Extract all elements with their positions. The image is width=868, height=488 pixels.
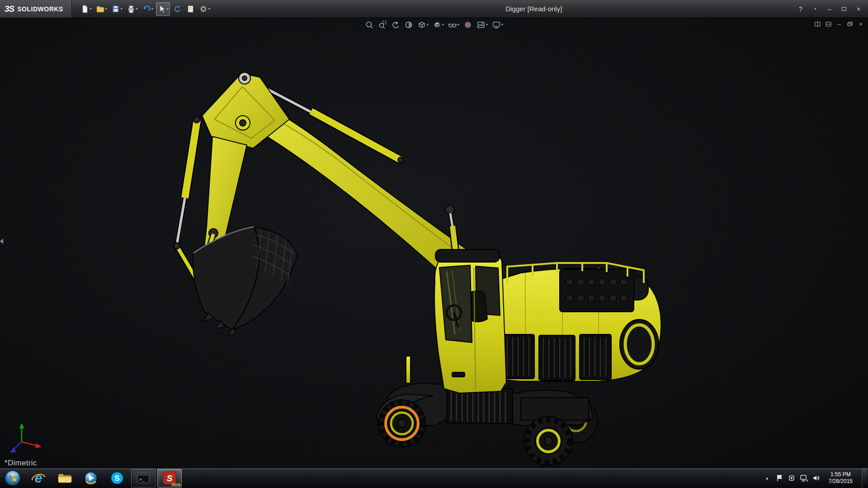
section-view-button[interactable]	[403, 19, 414, 30]
volume-button[interactable]	[813, 468, 820, 488]
select-button[interactable]: ▾	[156, 2, 170, 16]
view-orientation-label: *Dimetric	[5, 459, 37, 468]
taskbar-clock[interactable]: 1:55 PM 7/28/2015	[825, 471, 856, 485]
options-button[interactable]: ▾	[198, 2, 212, 16]
solidworks-logo: 3S SOLIDWORKS	[0, 0, 72, 18]
pane-view-icon	[826, 22, 831, 27]
dropdown-caret-icon[interactable]: ▾	[151, 7, 153, 11]
maximize-button[interactable]	[838, 4, 850, 14]
engine-deck[interactable]	[495, 263, 661, 381]
taskbar-item-command-prompt[interactable]: >_	[131, 469, 156, 488]
dropdown-caret-icon[interactable]: ▾	[167, 7, 169, 11]
device-button[interactable]	[788, 468, 795, 488]
taskbar-item-windows-media-player[interactable]	[79, 469, 103, 488]
main-toolbar: ▾ ▾ ▾ ▾ ▾ ▾ ▾	[72, 2, 212, 16]
zoom-to-area-button[interactable]	[377, 19, 388, 30]
maximize-icon	[842, 7, 846, 11]
clock-time: 1:55 PM	[829, 471, 853, 478]
apply-scene-icon	[476, 20, 486, 29]
titlebar: 3S SOLIDWORKS ▾ ▾ ▾ ▾ ▾ ▾	[0, 0, 868, 18]
document-close-button[interactable]: ×	[856, 20, 865, 28]
split-view-icon	[815, 22, 821, 27]
expand-toolbar-button[interactable]: ▾	[809, 4, 821, 14]
taskbar-item-skype[interactable]: S	[105, 469, 129, 488]
edit-appearance-ball-icon	[463, 20, 472, 29]
display-style-icon	[433, 20, 442, 29]
network-button[interactable]	[800, 468, 808, 488]
taskbar-item-solidworks[interactable]: S 2015	[157, 469, 182, 488]
apply-scene-button[interactable]: ▾	[476, 19, 489, 30]
dropdown-caret-icon[interactable]: ▾	[121, 7, 123, 11]
hide-show-items-button[interactable]: ▾	[447, 19, 460, 30]
save-button[interactable]: ▾	[110, 2, 124, 16]
previous-view-button[interactable]	[390, 19, 401, 30]
show-desktop-button[interactable]	[861, 468, 867, 488]
new-document-button[interactable]: ▾	[79, 2, 93, 16]
featuremanager-collapse-arrow[interactable]	[0, 239, 3, 244]
open-button[interactable]: ▾	[94, 2, 108, 16]
rear-wheel[interactable]	[524, 417, 573, 465]
minimize-button[interactable]: –	[824, 4, 835, 14]
windows-start-icon	[5, 470, 21, 486]
front-wheel[interactable]	[378, 400, 425, 447]
taskbar-item-windows-explorer[interactable]	[52, 469, 77, 488]
rebuild-button[interactable]	[171, 2, 183, 16]
split-view-button[interactable]	[813, 20, 822, 28]
cab[interactable]	[406, 249, 506, 393]
dropdown-caret-icon[interactable]: ▾	[105, 7, 107, 11]
skype-icon: S	[110, 471, 124, 485]
save-icon	[111, 5, 120, 14]
command-prompt-icon: >_	[137, 473, 150, 483]
taskbar: e S >_ S 2015 ▲	[0, 468, 868, 488]
view-orientation-button[interactable]: ▾	[416, 19, 429, 30]
pane-view-button[interactable]	[824, 20, 833, 28]
dropdown-caret-icon[interactable]: ▾	[427, 23, 429, 27]
taskbar-item-internet-explorer[interactable]: e	[26, 469, 51, 488]
ie-swoosh-icon	[31, 472, 46, 485]
dropdown-caret-icon[interactable]: ▾	[90, 7, 92, 11]
document-restore-button[interactable]	[845, 20, 854, 28]
select-cursor-icon	[157, 5, 166, 14]
solidworks-year-badge: 2015	[171, 483, 180, 487]
start-button[interactable]	[4, 469, 22, 487]
brand-mark-icon: 3S	[5, 4, 14, 14]
view-orientation-cube-icon	[417, 20, 426, 29]
window-controls: ? ▾ – ×	[795, 4, 868, 14]
svg-text:>_: >_	[139, 477, 144, 482]
svg-text:S: S	[114, 474, 119, 483]
bucket[interactable]	[193, 227, 297, 336]
display-style-button[interactable]: ▾	[432, 19, 445, 30]
zoom-to-fit-button[interactable]	[364, 19, 375, 30]
file-properties-button[interactable]	[184, 2, 196, 16]
folder-icon	[58, 473, 72, 483]
dropdown-caret-icon[interactable]: ▾	[501, 23, 503, 27]
edit-appearance-button[interactable]	[462, 19, 473, 30]
file-properties-icon	[186, 5, 195, 14]
hidden-icons-button[interactable]: ▲	[764, 468, 771, 488]
view-settings-button[interactable]: ▾	[491, 19, 504, 30]
dropdown-caret-icon[interactable]: ▾	[208, 7, 210, 11]
print-icon	[127, 5, 136, 14]
excavator-model[interactable]	[0, 18, 868, 468]
new-document-icon	[80, 5, 90, 14]
close-button[interactable]: ×	[853, 4, 864, 14]
graphics-viewport[interactable]: ▾ ▾ ▾ ▾ ▾ – ×	[0, 18, 868, 468]
action-center-button[interactable]	[776, 468, 783, 488]
document-minimize-button[interactable]: –	[835, 20, 844, 28]
network-icon	[800, 475, 808, 482]
dropdown-caret-icon[interactable]: ▾	[486, 23, 488, 27]
rebuild-icon	[173, 5, 182, 14]
zoom-to-fit-icon	[365, 20, 374, 29]
view-settings-icon	[492, 20, 501, 29]
dropdown-caret-icon[interactable]: ▾	[136, 7, 138, 11]
dropdown-caret-icon[interactable]: ▾	[442, 23, 444, 27]
orientation-triad	[10, 423, 42, 453]
clock-date: 7/28/2015	[829, 478, 853, 485]
zoom-to-area-icon	[378, 20, 387, 29]
dropdown-caret-icon[interactable]: ▾	[458, 23, 459, 27]
help-button[interactable]: ?	[795, 4, 807, 14]
undo-button[interactable]: ▾	[141, 2, 155, 16]
section-view-icon	[404, 20, 413, 29]
chevron-up-icon: ▲	[765, 476, 769, 480]
print-button[interactable]: ▾	[125, 2, 139, 16]
